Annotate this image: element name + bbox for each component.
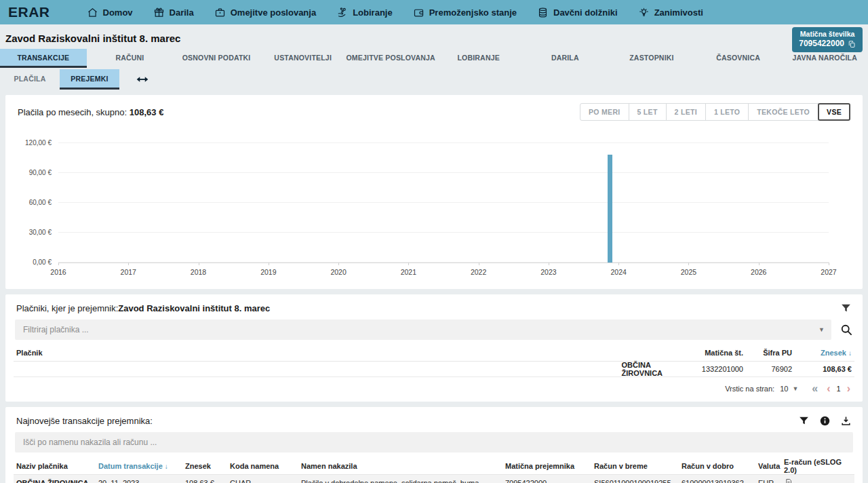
chart-x-tick [759,263,760,265]
chart-y-tick-label: 0,00 € [14,258,52,267]
tab-omejitve-poslovanja[interactable]: OMEJITVE POSLOVANJA [347,49,435,68]
chart-gridline [58,262,829,263]
download-icon[interactable] [840,415,852,427]
chart-x-tick [479,263,479,265]
filter-icon[interactable] [840,303,852,314]
column-header-placnik[interactable]: Plačnik [16,349,679,357]
nav-item-zanimivosti[interactable]: Zanimivosti [638,7,703,18]
column-header-datum-transakcije[interactable]: Datum transakcije ↓ [98,462,185,470]
column-header-namen-nakazila[interactable]: Namen nakazila [301,462,505,470]
nav-item-label: Davčni dolžniki [553,7,618,18]
transaction-purpose-code: CHAR [230,479,301,483]
column-header-racun-v-breme[interactable]: Račun v breme [594,462,682,470]
transaction-search-box [15,432,853,452]
registration-number-value: 7095422000 [799,39,844,49]
nav-item-darila[interactable]: Darila [153,7,194,18]
chart-x-tick-label: 2022 [471,268,486,276]
chart-x-tick-label: 2018 [191,268,206,276]
transaction-amount: 108,63 € [185,479,230,483]
payer-filter-input[interactable] [15,325,831,334]
column-header-znesek[interactable]: Znesek [185,462,230,470]
tab-ustanovitelji[interactable]: USTANOVITELJI [260,49,347,68]
e-invoice-document-icon[interactable] [784,478,852,483]
column-header-znesek[interactable]: Znesek ↓ [792,349,852,357]
column-header-maticna-prejemnika[interactable]: Matična prejemnika [505,462,594,470]
transaction-credit-account: 610000013919362 [682,479,758,483]
transactions-card: Najnovejše transakcije prejemnika: Naziv… [5,407,863,483]
chart-gridline [58,232,829,233]
tab-darila[interactable]: DARILA [522,49,609,68]
chevron-down-icon[interactable]: ▼ [818,326,825,333]
range-button-5-let[interactable]: 5 LET [629,103,667,121]
payer-filter-box: ▼ [15,320,831,340]
rows-per-page-caret-icon[interactable]: ▼ [792,385,798,392]
chart-x-tick-label: 2021 [401,268,416,276]
nav-item-domov[interactable]: Domov [87,7,133,18]
chart-x-tick-label: 2025 [681,268,696,276]
nav-item-lobiranje[interactable]: Lobiranje [336,7,393,18]
nav-item-omejitve-poslovanja[interactable]: Omejitve poslovanja [214,7,316,18]
chart-x-tick [688,263,689,265]
tab-racuni[interactable]: RAČUNI [87,49,174,68]
column-header-datum-label: Datum transakcije [98,462,163,470]
swap-direction-icon[interactable] [136,74,149,85]
transaction-table-row[interactable]: OBČINA ŽIROVNICA 20. 11. 2023 108,63 € C… [14,475,854,483]
page-title: Zavod Raziskovalni inštitut 8. marec [5,33,863,44]
range-button-tekoce-leto[interactable]: TEKOČE LETO [748,103,818,121]
chart-x-tick [269,263,269,265]
transaction-debit-account: SI56011000100019255 [594,479,682,483]
chart-title: Plačila po mesecih, skupno: 108,63 € [18,107,163,117]
nav-item-davcni-dolzniki[interactable]: Davčni dolžniki [537,7,618,18]
sort-descending-icon: ↓ [165,463,168,470]
entity-tabs: TRANSAKCIJE RAČUNI OSNOVNI PODATKI USTAN… [0,49,868,68]
tab-transakcije[interactable]: TRANSAKCIJE [0,49,87,68]
subtab-placila[interactable]: PLAČILA [0,69,60,90]
tab-zastopniki[interactable]: ZASTOPNIKI [608,49,695,68]
chart-range-buttons: PO MERI 5 LET 2 LETI 1 LETO TEKOČE LETO … [580,103,850,121]
tab-casovnica[interactable]: ČASOVNICA [695,49,782,68]
range-button-2-leti[interactable]: 2 LETI [666,103,706,121]
chart-x-tick [58,263,59,265]
column-header-naziv-placnika[interactable]: Naziv plačnika [16,462,98,470]
transactions-table-header: Naziv plačnika Datum transakcije ↓ Znese… [14,458,854,475]
chart-y-tick-label: 30,00 € [14,229,52,237]
search-icon[interactable] [840,323,853,336]
copy-icon[interactable] [848,40,856,48]
chart-x-tick [408,263,409,265]
column-header-maticna[interactable]: Matična št. [679,349,743,357]
column-header-racun-v-dobro[interactable]: Račun v dobro [682,462,758,470]
registration-number-badge[interactable]: Matična številka 7095422000 [792,27,863,52]
payer-registration-number: 1332201000 [679,365,743,373]
column-header-sifra-pu[interactable]: Šifra PU [743,349,792,357]
tab-lobiranje[interactable]: LOBIRANJE [435,49,522,68]
column-header-koda-namena[interactable]: Koda namena [230,462,301,470]
rows-per-page-value[interactable]: 10 [780,385,788,393]
payers-heading-name: Zavod Raziskovalni inštitut 8. marec [118,303,270,313]
filter-icon[interactable] [798,415,810,427]
lobbying-icon [336,7,348,18]
range-button-vse[interactable]: VSE [818,103,850,121]
erar-logo[interactable]: ERAR [8,4,50,20]
previous-page-icon[interactable]: ‹ [827,383,830,394]
column-header-e-racun[interactable]: E-račun (eSLOG 2.0) [784,458,852,474]
first-page-icon[interactable]: « [812,383,817,394]
wallet-icon [413,7,425,18]
payer-name: OBČINA ŽIROVNICA [616,361,679,377]
sort-descending-icon: ↓ [848,349,852,357]
chart-x-tick-label: 2027 [821,268,836,276]
transaction-search-input[interactable] [15,438,853,447]
subtab-prejemki[interactable]: PREJEMKI [60,69,119,90]
info-icon[interactable] [819,415,831,427]
range-button-1-leto[interactable]: 1 LETO [705,103,749,121]
transaction-receiver-registration: 7095422000 [505,479,594,483]
range-button-po-meri[interactable]: PO MERI [580,103,629,121]
payer-table-row[interactable]: OBČINA ŽIROVNICA 1332201000 76902 108,63… [14,362,854,377]
nav-item-label: Lobiranje [353,7,393,18]
tab-osnovni-podatki[interactable]: OSNOVNI PODATKI [173,49,260,68]
transaction-subtabs: PLAČILA PREJEMKI [0,69,868,90]
column-header-valuta[interactable]: Valuta [758,462,784,470]
payments-bar-chart: 0,00 €30,00 €60,00 €90,00 €120,00 €20162… [58,137,829,263]
nav-item-premozenjsko-stanje[interactable]: Premoženjsko stanje [413,7,517,18]
chart-y-tick-label: 120,00 € [14,139,52,147]
next-page-icon[interactable]: › [847,383,850,394]
